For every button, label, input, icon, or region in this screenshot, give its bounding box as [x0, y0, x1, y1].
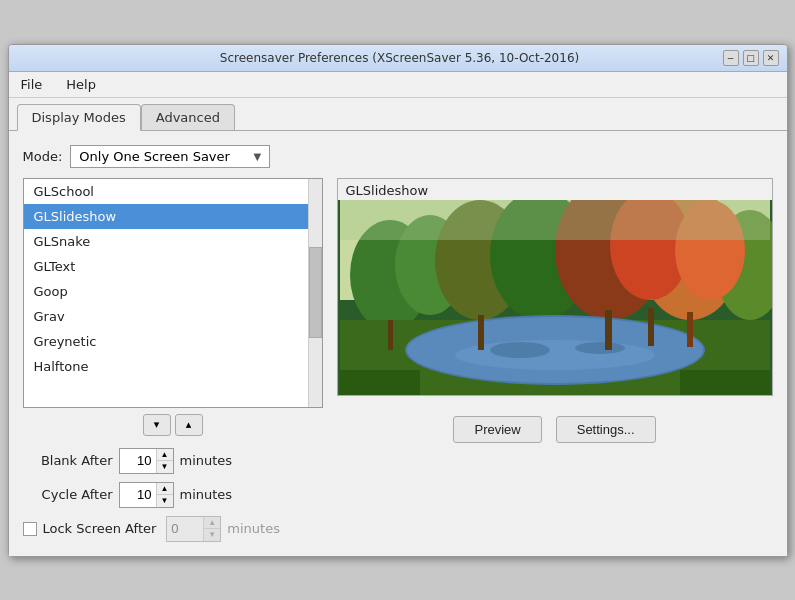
list-item[interactable]: GLSchool: [24, 179, 322, 204]
mode-label: Mode:: [23, 149, 63, 164]
tab-advanced[interactable]: Advanced: [141, 104, 235, 130]
svg-rect-20: [687, 312, 693, 347]
svg-rect-18: [605, 310, 612, 350]
cycle-after-unit: minutes: [180, 487, 233, 502]
minimize-button[interactable]: −: [723, 50, 739, 66]
main-area: GLSchool GLSlideshow GLSnake GLText Goop…: [23, 178, 773, 542]
tab-bar: Display Modes Advanced: [9, 98, 787, 130]
lock-screen-up-button[interactable]: ▲: [204, 517, 220, 529]
preview-image: [338, 200, 772, 395]
blank-after-label: Blank After: [23, 453, 113, 468]
scroll-up-button[interactable]: ▴: [175, 414, 203, 436]
lock-screen-label: Lock Screen After: [43, 521, 157, 536]
list-item[interactable]: Halftone: [24, 354, 322, 379]
scroll-down-button[interactable]: ▾: [143, 414, 171, 436]
list-item[interactable]: GLSlideshow: [24, 204, 322, 229]
blank-after-unit: minutes: [180, 453, 233, 468]
blank-after-spinner: ▲ ▼: [119, 448, 174, 474]
blank-after-spinner-btns: ▲ ▼: [156, 449, 173, 473]
svg-rect-21: [340, 370, 420, 395]
list-item[interactable]: GLSnake: [24, 229, 322, 254]
svg-point-13: [455, 340, 655, 370]
list-arrows: ▾ ▴: [23, 414, 323, 436]
settings-button[interactable]: Settings...: [556, 416, 656, 443]
menu-file[interactable]: File: [17, 75, 47, 94]
cycle-after-input[interactable]: [120, 485, 156, 504]
blank-after-input[interactable]: [120, 451, 156, 470]
mode-dropdown[interactable]: Only One Screen Saver ▼: [70, 145, 270, 168]
mode-row: Mode: Only One Screen Saver ▼: [23, 145, 773, 168]
svg-rect-16: [388, 320, 393, 350]
cycle-after-spinner: ▲ ▼: [119, 482, 174, 508]
left-panel: GLSchool GLSlideshow GLSnake GLText Goop…: [23, 178, 323, 542]
maximize-button[interactable]: □: [743, 50, 759, 66]
tab-display-modes[interactable]: Display Modes: [17, 104, 141, 131]
svg-rect-19: [648, 308, 654, 346]
lock-screen-spinner-btns: ▲ ▼: [203, 517, 220, 541]
svg-point-15: [575, 342, 625, 354]
list-item[interactable]: Greynetic: [24, 329, 322, 354]
dropdown-arrow-icon: ▼: [254, 151, 262, 162]
lock-screen-checkbox[interactable]: [23, 522, 37, 536]
screensaver-list[interactable]: GLSchool GLSlideshow GLSnake GLText Goop…: [23, 178, 323, 408]
cycle-after-spinner-btns: ▲ ▼: [156, 483, 173, 507]
lock-screen-spinner: ▲ ▼: [166, 516, 221, 542]
lock-screen-input[interactable]: [167, 519, 203, 538]
blank-after-down-button[interactable]: ▼: [157, 461, 173, 473]
menu-help[interactable]: Help: [62, 75, 100, 94]
svg-point-14: [490, 342, 550, 358]
lock-screen-row: Lock Screen After ▲ ▼ minutes: [23, 516, 323, 542]
list-item[interactable]: Grav: [24, 304, 322, 329]
svg-rect-23: [340, 200, 770, 240]
main-window: Screensaver Preferences (XScreenSaver 5.…: [8, 44, 788, 557]
list-item[interactable]: Goop: [24, 279, 322, 304]
cycle-after-up-button[interactable]: ▲: [157, 483, 173, 495]
lock-screen-down-button[interactable]: ▼: [204, 529, 220, 541]
right-panel: GLSlideshow: [337, 178, 773, 542]
svg-rect-17: [478, 315, 484, 350]
window-controls: − □ ✕: [723, 50, 779, 66]
list-item[interactable]: GLText: [24, 254, 322, 279]
list-inner: GLSchool GLSlideshow GLSnake GLText Goop…: [24, 179, 322, 407]
controls-row: Blank After ▲ ▼ minutes Cycle After: [23, 448, 323, 508]
blank-after-up-button[interactable]: ▲: [157, 449, 173, 461]
content-area: Mode: Only One Screen Saver ▼ GLSchool G…: [9, 130, 787, 556]
preview-button[interactable]: Preview: [453, 416, 541, 443]
cycle-after-down-button[interactable]: ▼: [157, 495, 173, 507]
cycle-after-row: Cycle After ▲ ▼ minutes: [23, 482, 323, 508]
window-title: Screensaver Preferences (XScreenSaver 5.…: [77, 51, 723, 65]
lock-screen-unit: minutes: [227, 521, 280, 536]
blank-after-row: Blank After ▲ ▼ minutes: [23, 448, 323, 474]
close-button[interactable]: ✕: [763, 50, 779, 66]
preview-group: GLSlideshow: [337, 178, 773, 396]
menubar: File Help: [9, 72, 787, 98]
title-bar: Screensaver Preferences (XScreenSaver 5.…: [9, 45, 787, 72]
preview-legend: GLSlideshow: [338, 179, 772, 200]
preview-buttons: Preview Settings...: [337, 416, 773, 443]
chevron-up-icon: ▴: [186, 418, 192, 431]
scrollbar-track[interactable]: [308, 179, 322, 407]
scrollbar-thumb[interactable]: [309, 247, 322, 338]
chevron-down-icon: ▾: [154, 418, 160, 431]
mode-value: Only One Screen Saver: [79, 149, 230, 164]
cycle-after-label: Cycle After: [23, 487, 113, 502]
garden-preview-svg: [338, 200, 772, 395]
svg-rect-22: [680, 370, 770, 395]
